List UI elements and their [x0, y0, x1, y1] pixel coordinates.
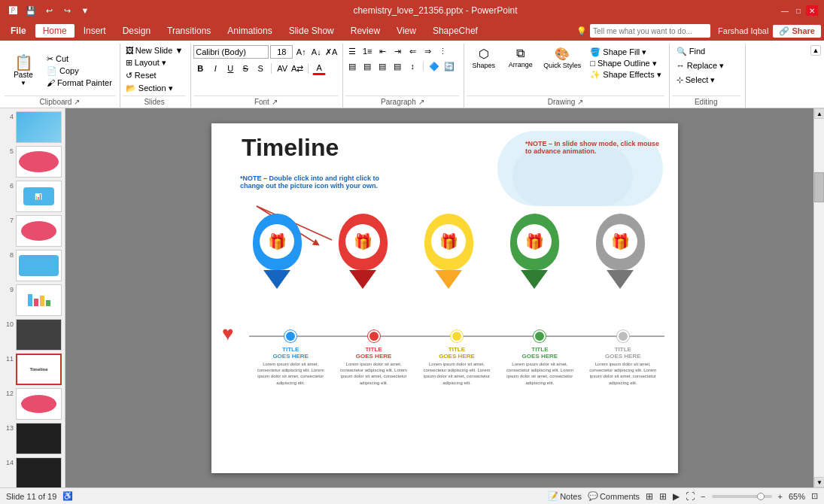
fit-slide-btn[interactable]: ⊡ — [811, 491, 818, 501]
tell-me-input[interactable] — [590, 24, 710, 38]
menu-home[interactable]: Home — [35, 24, 74, 38]
indent-more-btn[interactable]: ⇥ — [391, 45, 404, 57]
slide-img-9[interactable] — [16, 284, 62, 316]
scroll-up-btn[interactable]: ▲ — [814, 108, 824, 119]
view-slide-sorter-btn[interactable]: ⊞ — [659, 491, 667, 502]
close-btn[interactable]: ✕ — [806, 5, 818, 16]
numbering-btn[interactable]: 1≡ — [360, 45, 374, 57]
user-label[interactable]: Farshad Iqbal — [718, 26, 768, 35]
slide-thumb-10[interactable]: 10 — [3, 319, 62, 351]
smartart-btn[interactable]: 🔷 — [427, 60, 441, 72]
section-btn[interactable]: 📂 Section ▾ — [123, 83, 176, 94]
view-normal-btn[interactable]: ⊞ — [646, 491, 653, 502]
zoom-out-btn[interactable]: − — [701, 492, 705, 501]
paste-btn[interactable]: 📋 Paste ▼ — [5, 53, 42, 88]
canvas-area[interactable]: Timeline *NOTE – In slide show mode, cli… — [65, 108, 824, 487]
align-justify-btn[interactable]: ▤ — [391, 60, 404, 72]
underline-btn[interactable]: U — [223, 62, 237, 75]
slide-img-7[interactable] — [16, 215, 62, 247]
slide-img-6[interactable]: 📊 — [16, 181, 62, 212]
undo-qat-btn[interactable]: ↩ — [42, 4, 56, 17]
slide-img-12[interactable] — [16, 388, 62, 420]
slide-img-14[interactable] — [16, 457, 62, 487]
line-spacing-btn[interactable]: ↕ — [406, 60, 419, 72]
font-size-dec[interactable]: A↓ — [309, 45, 323, 59]
shape-fill-btn[interactable]: 🪣 Shape Fill ▾ — [587, 47, 664, 58]
slide-img-5[interactable] — [16, 146, 62, 178]
slide-thumb-13[interactable]: 13 — [3, 423, 62, 454]
ltr-btn[interactable]: ⇒ — [421, 45, 434, 57]
new-slide-btn[interactable]: 🖼 New Slide ▼ — [123, 45, 186, 56]
slide-img-4[interactable] — [16, 111, 62, 143]
zoom-slider[interactable] — [712, 495, 772, 498]
quick-styles-btn[interactable]: 🎨 Quick Styles — [540, 45, 584, 71]
view-slideshow-btn[interactable]: ⛶ — [686, 491, 695, 502]
align-left-btn[interactable]: ▤ — [345, 60, 359, 72]
clear-format-btn[interactable]: ✗A — [324, 45, 338, 59]
replace-btn[interactable]: ↔ Replace ▾ — [672, 59, 728, 72]
slide-thumb-8[interactable]: 8 — [3, 250, 62, 281]
find-btn[interactable]: 🔍 Find — [672, 45, 710, 58]
menu-shapechef[interactable]: ShapeChef — [425, 24, 485, 38]
font-color-btn[interactable]: A — [312, 62, 326, 75]
menu-slideshow[interactable]: Slide Show — [281, 24, 342, 38]
comments-btn[interactable]: 💬 Comments — [588, 491, 640, 501]
cut-btn[interactable]: ✂ Cut — [44, 53, 115, 65]
slide-thumb-7[interactable]: 7 — [3, 215, 62, 247]
char-spacing-btn[interactable]: AV — [275, 62, 289, 75]
slide-thumb-14[interactable]: 14 — [3, 457, 62, 487]
collapse-ribbon-btn[interactable]: ▲ — [810, 45, 821, 56]
text-direction-btn[interactable]: A⇄ — [290, 62, 304, 75]
shadow-btn[interactable]: S — [254, 62, 267, 75]
reset-btn[interactable]: ↺ Reset — [123, 70, 160, 81]
shape-outline-btn[interactable]: □ Shape Outline ▾ — [587, 58, 664, 69]
save-qat-btn[interactable]: 💾 — [24, 4, 38, 17]
view-reading-btn[interactable]: ▶ — [673, 491, 680, 502]
slide-img-8[interactable] — [16, 250, 62, 281]
menu-insert[interactable]: Insert — [76, 24, 114, 38]
customize-qat-btn[interactable]: ▼ — [78, 4, 92, 17]
align-right-btn[interactable]: ▤ — [376, 60, 389, 72]
indent-less-btn[interactable]: ⇤ — [376, 45, 389, 57]
slide-img-13[interactable] — [16, 423, 62, 454]
menu-file[interactable]: File — [3, 24, 34, 38]
zoom-in-btn[interactable]: + — [778, 492, 783, 501]
share-btn[interactable]: 🔗 Share — [773, 25, 821, 38]
slide-thumb-4[interactable]: 4 — [3, 111, 62, 143]
strikethrough-btn[interactable]: S — [239, 62, 252, 75]
notes-btn[interactable]: 📝 Notes — [548, 491, 582, 501]
minimize-btn[interactable]: — — [779, 5, 791, 16]
shape-effects-btn[interactable]: ✨ Shape Effects ▾ — [587, 69, 664, 80]
convert-to-smartart[interactable]: 🔄 — [442, 60, 456, 72]
maximize-btn[interactable]: □ — [792, 5, 804, 16]
format-painter-btn[interactable]: 🖌 Format Painter — [44, 77, 115, 88]
font-size-input[interactable] — [270, 45, 293, 59]
align-center-btn[interactable]: ▤ — [360, 60, 374, 72]
scroll-thumb[interactable] — [814, 172, 824, 202]
arrange-btn[interactable]: ⧉ Arrange — [503, 45, 537, 70]
vertical-scrollbar[interactable]: ▲ ▼ — [813, 108, 824, 487]
font-size-inc[interactable]: A↑ — [294, 45, 308, 59]
redo-qat-btn[interactable]: ↪ — [60, 4, 74, 17]
scroll-down-btn[interactable]: ▼ — [814, 477, 824, 487]
slide-thumb-9[interactable]: 9 — [3, 284, 62, 316]
font-name-input[interactable] — [193, 45, 269, 59]
menu-review[interactable]: Review — [343, 24, 388, 38]
menu-view[interactable]: View — [389, 24, 424, 38]
menu-design[interactable]: Design — [115, 24, 158, 38]
shapes-btn[interactable]: ⬡ Shapes — [467, 45, 500, 71]
zoom-thumb[interactable] — [757, 493, 765, 500]
menu-animations[interactable]: Animations — [220, 24, 279, 38]
slide-thumb-12[interactable]: 12 — [3, 388, 62, 420]
copy-btn[interactable]: 📄 Copy — [44, 65, 115, 77]
rtl-btn[interactable]: ⇐ — [406, 45, 419, 57]
select-btn[interactable]: ⊹ Select ▾ — [672, 74, 720, 87]
layout-btn[interactable]: ⊞ Layout ▾ — [123, 57, 169, 68]
bullets-btn[interactable]: ☰ — [345, 45, 359, 57]
slide-img-10[interactable] — [16, 319, 62, 351]
slide-thumb-11[interactable]: 11 Timeline — [3, 354, 62, 385]
menu-transitions[interactable]: Transitions — [160, 24, 218, 38]
bold-btn[interactable]: B — [193, 62, 207, 75]
slide-thumb-5[interactable]: 5 — [3, 146, 62, 178]
slide-thumb-6[interactable]: 6 📊 — [3, 181, 62, 212]
